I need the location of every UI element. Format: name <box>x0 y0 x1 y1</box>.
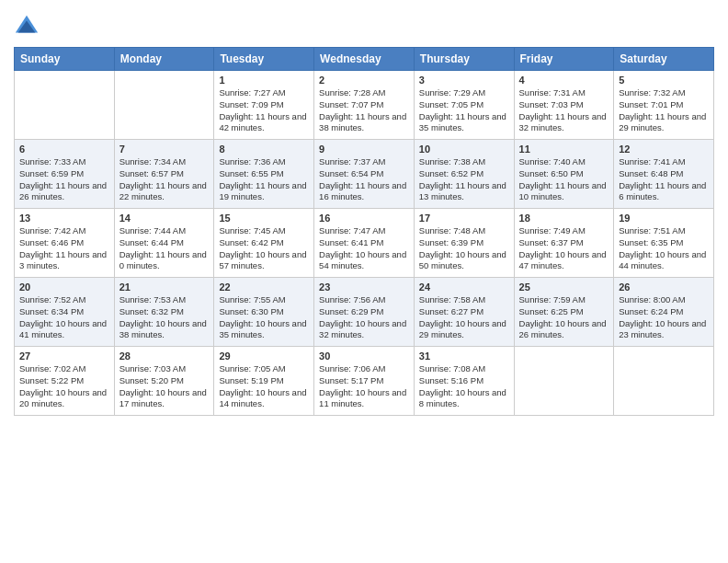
calendar-cell: 16Sunrise: 7:47 AMSunset: 6:41 PMDayligh… <box>314 209 415 278</box>
calendar-cell: 24Sunrise: 7:58 AMSunset: 6:27 PMDayligh… <box>414 278 514 347</box>
day-info: Sunrise: 7:06 AMSunset: 5:17 PMDaylight:… <box>319 363 409 410</box>
calendar-week-row: 27Sunrise: 7:02 AMSunset: 5:22 PMDayligh… <box>15 347 714 416</box>
day-info: Sunrise: 7:59 AMSunset: 6:25 PMDaylight:… <box>519 294 609 341</box>
calendar-cell: 22Sunrise: 7:55 AMSunset: 6:30 PMDayligh… <box>214 278 314 347</box>
header <box>14 9 714 40</box>
calendar-cell: 25Sunrise: 7:59 AMSunset: 6:25 PMDayligh… <box>514 278 614 347</box>
day-info: Sunrise: 7:55 AMSunset: 6:30 PMDaylight:… <box>219 294 309 341</box>
day-number: 4 <box>519 75 609 86</box>
day-number: 14 <box>119 213 210 224</box>
calendar-cell: 17Sunrise: 7:48 AMSunset: 6:39 PMDayligh… <box>414 209 514 278</box>
calendar-cell: 11Sunrise: 7:40 AMSunset: 6:50 PMDayligh… <box>514 140 614 209</box>
weekday-header: Saturday <box>614 48 714 71</box>
calendar-week-row: 6Sunrise: 7:33 AMSunset: 6:59 PMDaylight… <box>15 140 714 209</box>
calendar-cell: 7Sunrise: 7:34 AMSunset: 6:57 PMDaylight… <box>114 140 214 209</box>
calendar-cell: 6Sunrise: 7:33 AMSunset: 6:59 PMDaylight… <box>15 140 115 209</box>
calendar-cell: 4Sunrise: 7:31 AMSunset: 7:03 PMDaylight… <box>514 71 614 140</box>
day-info: Sunrise: 7:38 AMSunset: 6:52 PMDaylight:… <box>419 156 509 203</box>
calendar-cell: 9Sunrise: 7:37 AMSunset: 6:54 PMDaylight… <box>314 140 415 209</box>
day-info: Sunrise: 7:45 AMSunset: 6:42 PMDaylight:… <box>219 225 309 272</box>
day-number: 1 <box>219 75 309 86</box>
logo <box>14 14 42 40</box>
calendar-cell: 19Sunrise: 7:51 AMSunset: 6:35 PMDayligh… <box>614 209 714 278</box>
day-number: 5 <box>619 75 709 86</box>
calendar-cell: 8Sunrise: 7:36 AMSunset: 6:55 PMDaylight… <box>214 140 314 209</box>
day-number: 11 <box>519 144 609 155</box>
day-info: Sunrise: 7:42 AMSunset: 6:46 PMDaylight:… <box>19 225 109 272</box>
page: SundayMondayTuesdayWednesdayThursdayFrid… <box>0 0 728 563</box>
calendar-cell: 2Sunrise: 7:28 AMSunset: 7:07 PMDaylight… <box>314 71 415 140</box>
calendar-week-row: 20Sunrise: 7:52 AMSunset: 6:34 PMDayligh… <box>15 278 714 347</box>
calendar-cell: 27Sunrise: 7:02 AMSunset: 5:22 PMDayligh… <box>15 347 115 416</box>
day-number: 23 <box>319 282 409 293</box>
day-info: Sunrise: 7:41 AMSunset: 6:48 PMDaylight:… <box>619 156 709 203</box>
weekday-header: Monday <box>114 48 214 71</box>
calendar-cell <box>614 347 714 416</box>
day-number: 9 <box>319 144 409 155</box>
calendar-cell: 3Sunrise: 7:29 AMSunset: 7:05 PMDaylight… <box>414 71 514 140</box>
weekday-header: Sunday <box>15 48 115 71</box>
calendar-cell: 18Sunrise: 7:49 AMSunset: 6:37 PMDayligh… <box>514 209 614 278</box>
day-info: Sunrise: 7:29 AMSunset: 7:05 PMDaylight:… <box>419 87 509 134</box>
day-number: 17 <box>419 213 509 224</box>
day-number: 21 <box>119 282 210 293</box>
calendar-cell: 13Sunrise: 7:42 AMSunset: 6:46 PMDayligh… <box>15 209 115 278</box>
calendar-cell: 5Sunrise: 7:32 AMSunset: 7:01 PMDaylight… <box>614 71 714 140</box>
day-info: Sunrise: 7:02 AMSunset: 5:22 PMDaylight:… <box>19 363 109 410</box>
day-number: 13 <box>19 213 109 224</box>
calendar-cell <box>114 71 214 140</box>
day-info: Sunrise: 7:03 AMSunset: 5:20 PMDaylight:… <box>119 363 210 410</box>
day-info: Sunrise: 7:31 AMSunset: 7:03 PMDaylight:… <box>519 87 609 134</box>
day-info: Sunrise: 7:40 AMSunset: 6:50 PMDaylight:… <box>519 156 609 203</box>
calendar-table: SundayMondayTuesdayWednesdayThursdayFrid… <box>14 47 714 416</box>
day-number: 26 <box>619 282 709 293</box>
calendar-cell: 14Sunrise: 7:44 AMSunset: 6:44 PMDayligh… <box>114 209 214 278</box>
day-info: Sunrise: 7:52 AMSunset: 6:34 PMDaylight:… <box>19 294 109 341</box>
calendar-cell: 10Sunrise: 7:38 AMSunset: 6:52 PMDayligh… <box>414 140 514 209</box>
day-number: 7 <box>119 144 210 155</box>
calendar-cell: 30Sunrise: 7:06 AMSunset: 5:17 PMDayligh… <box>314 347 415 416</box>
day-info: Sunrise: 7:08 AMSunset: 5:16 PMDaylight:… <box>419 363 509 410</box>
day-info: Sunrise: 7:58 AMSunset: 6:27 PMDaylight:… <box>419 294 509 341</box>
day-number: 16 <box>319 213 409 224</box>
day-number: 20 <box>19 282 109 293</box>
day-info: Sunrise: 7:27 AMSunset: 7:09 PMDaylight:… <box>219 87 309 134</box>
day-info: Sunrise: 7:34 AMSunset: 6:57 PMDaylight:… <box>119 156 210 203</box>
day-number: 29 <box>219 350 309 362</box>
day-info: Sunrise: 7:53 AMSunset: 6:32 PMDaylight:… <box>119 294 210 341</box>
day-number: 27 <box>19 350 109 362</box>
calendar-cell: 15Sunrise: 7:45 AMSunset: 6:42 PMDayligh… <box>214 209 314 278</box>
day-number: 19 <box>619 213 709 224</box>
day-info: Sunrise: 8:00 AMSunset: 6:24 PMDaylight:… <box>619 294 709 341</box>
calendar-cell: 23Sunrise: 7:56 AMSunset: 6:29 PMDayligh… <box>314 278 415 347</box>
calendar-cell: 12Sunrise: 7:41 AMSunset: 6:48 PMDayligh… <box>614 140 714 209</box>
day-info: Sunrise: 7:33 AMSunset: 6:59 PMDaylight:… <box>19 156 109 203</box>
calendar-cell <box>15 71 115 140</box>
day-number: 18 <box>519 213 609 224</box>
day-info: Sunrise: 7:32 AMSunset: 7:01 PMDaylight:… <box>619 87 709 134</box>
calendar-cell: 20Sunrise: 7:52 AMSunset: 6:34 PMDayligh… <box>15 278 115 347</box>
calendar-header: SundayMondayTuesdayWednesdayThursdayFrid… <box>15 48 714 71</box>
day-info: Sunrise: 7:36 AMSunset: 6:55 PMDaylight:… <box>219 156 309 203</box>
day-info: Sunrise: 7:47 AMSunset: 6:41 PMDaylight:… <box>319 225 409 272</box>
day-info: Sunrise: 7:56 AMSunset: 6:29 PMDaylight:… <box>319 294 409 341</box>
day-info: Sunrise: 7:44 AMSunset: 6:44 PMDaylight:… <box>119 225 210 272</box>
day-number: 2 <box>319 75 409 86</box>
day-info: Sunrise: 7:05 AMSunset: 5:19 PMDaylight:… <box>219 363 309 410</box>
day-number: 22 <box>219 282 309 293</box>
day-number: 6 <box>19 144 109 155</box>
day-number: 28 <box>119 350 210 362</box>
day-info: Sunrise: 7:49 AMSunset: 6:37 PMDaylight:… <box>519 225 609 272</box>
calendar-cell: 31Sunrise: 7:08 AMSunset: 5:16 PMDayligh… <box>414 347 514 416</box>
calendar-cell: 29Sunrise: 7:05 AMSunset: 5:19 PMDayligh… <box>214 347 314 416</box>
weekday-header: Tuesday <box>214 48 314 71</box>
day-number: 31 <box>419 350 509 362</box>
weekday-header: Wednesday <box>314 48 415 71</box>
day-number: 10 <box>419 144 509 155</box>
calendar-body: 1Sunrise: 7:27 AMSunset: 7:09 PMDaylight… <box>15 71 714 416</box>
calendar-week-row: 1Sunrise: 7:27 AMSunset: 7:09 PMDaylight… <box>15 71 714 140</box>
day-info: Sunrise: 7:37 AMSunset: 6:54 PMDaylight:… <box>319 156 409 203</box>
calendar-cell: 21Sunrise: 7:53 AMSunset: 6:32 PMDayligh… <box>114 278 214 347</box>
day-info: Sunrise: 7:28 AMSunset: 7:07 PMDaylight:… <box>319 87 409 134</box>
calendar-cell <box>514 347 614 416</box>
